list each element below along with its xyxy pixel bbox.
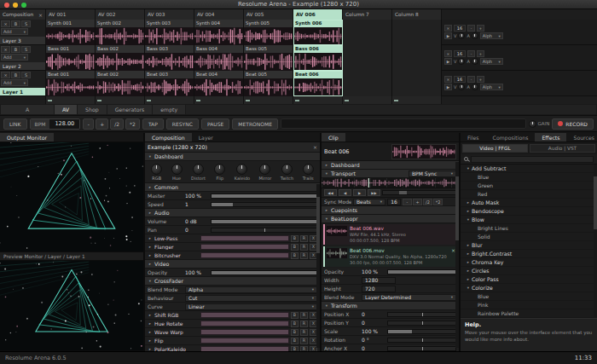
bpm-value[interactable]: 128.00	[49, 119, 79, 129]
flanger-mix-slider[interactable]	[200, 244, 289, 250]
effect-item-blow[interactable]: ▾Blow	[461, 216, 597, 224]
subtab-audio-vst[interactable]: Audio | VST	[530, 144, 595, 153]
video-opacity-knob[interactable]	[458, 84, 465, 90]
effect-preset-solid[interactable]: Solid	[461, 233, 597, 241]
play-button[interactable]: ▶	[444, 32, 452, 39]
layer-solo-button[interactable]: S	[21, 72, 31, 78]
go-start-button[interactable]: ◀◀	[324, 189, 337, 196]
column-header-column-7[interactable]: Column 7	[343, 9, 392, 20]
clip-video-file-card[interactable]: Beat 006.mov DXV 3.0 Normal Quality, No …	[323, 246, 457, 267]
section-common[interactable]: ▸Common	[145, 183, 320, 192]
param-value[interactable]: 0	[185, 227, 209, 233]
layer-bypass-button[interactable]: B	[11, 20, 20, 27]
clip-synth-006[interactable]: Synth 006	[293, 20, 343, 45]
width-field[interactable]: 1280	[362, 277, 396, 284]
effect-button-r[interactable]: R	[300, 312, 308, 319]
shift-rgb-mix-slider[interactable]	[200, 312, 289, 318]
effect-preset-red[interactable]: Red	[461, 190, 597, 199]
effect-preset-pink[interactable]: Pink	[461, 301, 597, 309]
crossfader-cell-av-003[interactable]	[145, 96, 194, 104]
clip-synth-003[interactable]: Synth 003	[145, 20, 194, 45]
effect-button-r[interactable]: R	[300, 244, 308, 251]
distort-knob[interactable]	[193, 164, 204, 175]
bpm-double-button[interactable]: *2	[125, 118, 140, 130]
close-icon[interactable]: ×	[38, 12, 43, 18]
column-header-column-8[interactable]: Column 8	[392, 9, 442, 20]
effect-item-add-subtract[interactable]: ▾Add Subtract	[461, 165, 597, 173]
column-header-av-006[interactable]: AV 006	[293, 9, 343, 20]
layer-clear-button[interactable]: ×	[444, 50, 452, 57]
rotation-slider[interactable]	[387, 338, 456, 343]
effect-button-b[interactable]: B	[291, 235, 298, 242]
clip-beat-002[interactable]: Beat 002	[96, 71, 145, 96]
increase-button[interactable]: +	[477, 25, 484, 32]
effect-preset-bright-lines[interactable]: Bright Lines	[461, 224, 597, 233]
tab-clip[interactable]: Clip	[322, 133, 345, 142]
layer-clear-button[interactable]: ×	[444, 76, 452, 83]
effect-button-r[interactable]: R	[300, 252, 308, 259]
effect-button-b[interactable]: B	[291, 329, 298, 336]
clip-synth-001[interactable]: Synth 001	[46, 20, 96, 45]
tab-sources[interactable]: Sources	[566, 133, 597, 142]
column-header-av-001[interactable]: AV 001	[46, 9, 96, 20]
pause-button[interactable]: PAUSE	[201, 118, 229, 130]
hue-rotate-mix-slider[interactable]	[200, 321, 289, 326]
effect-button-r[interactable]: R	[300, 338, 308, 344]
bitcrusher-mix-slider[interactable]	[200, 252, 289, 258]
param-value[interactable]: 100 %	[185, 193, 209, 199]
effect-preset-rainbow-palette[interactable]: Rainbow Palette	[461, 309, 597, 318]
clip-beat-004[interactable]: Beat 004	[194, 71, 244, 96]
position-x-slider[interactable]	[387, 312, 456, 317]
effect-item-chroma-key[interactable]: ▸Chroma Key	[461, 258, 597, 267]
layer-name[interactable]: Layer 2	[0, 62, 45, 70]
mirror-knob[interactable]	[259, 164, 270, 175]
volume-slider[interactable]	[211, 219, 317, 224]
clip-beat-003[interactable]: Beat 003	[145, 71, 194, 96]
effect-item-color-pass[interactable]: ▸Color Pass	[461, 275, 597, 284]
effect-item-circles[interactable]: ▸Circles	[461, 267, 597, 275]
column-header-av-005[interactable]: AV 005	[244, 9, 293, 20]
beats-halve-button[interactable]: /2	[423, 199, 432, 205]
effect-item-bendoscope[interactable]: ▸Bendoscope	[461, 207, 597, 216]
beat-length-field[interactable]: 16	[454, 50, 466, 57]
layer-blend-dropdown[interactable]: Add▾	[1, 79, 28, 86]
clip-audio-file-card[interactable]: Beat 006.wav WAV File, 44.1 kHz, Stereo …	[323, 224, 457, 245]
deck-tab-empty[interactable]: empty	[153, 105, 185, 114]
deck-tab-generators[interactable]: Generators	[107, 105, 153, 114]
empty-clip-slot[interactable]	[392, 71, 442, 96]
column-header-av-004[interactable]: AV 004	[194, 9, 244, 20]
column-header-av-003[interactable]: AV 003	[145, 9, 194, 20]
clip-bass-002[interactable]: Bass 002	[96, 45, 145, 71]
close-window-button[interactable]	[4, 3, 9, 8]
layer-blend-mode-dropdown[interactable]: Alph▾	[480, 32, 503, 39]
speed-slider[interactable]	[211, 202, 317, 207]
effect-button-r[interactable]: R	[300, 329, 308, 336]
beats-double-button[interactable]: *2	[433, 199, 443, 205]
bpm-decrease-button[interactable]: -	[83, 118, 94, 130]
param-value[interactable]: 1	[185, 201, 209, 207]
param-value[interactable]: 100 %	[185, 269, 209, 275]
play-backward-button[interactable]: ◀	[339, 189, 351, 196]
layer-blend-dropdown[interactable]: Add▾	[1, 54, 28, 61]
clip-bass-001[interactable]: Bass 001	[46, 45, 96, 71]
tab-output-monitor[interactable]: Output Monitor	[0, 133, 54, 142]
clip-synth-002[interactable]: Synth 002	[96, 20, 145, 45]
clip-beat-001[interactable]: Beat 001	[46, 71, 96, 96]
section-transport[interactable]: ▾ Transport BPM Sync ▾	[322, 170, 459, 178]
crossfader-cell-column-8[interactable]	[392, 96, 442, 104]
layer-name[interactable]: Layer 1	[0, 88, 45, 95]
pan-slider[interactable]	[211, 228, 317, 233]
crossfader-cell-av-004[interactable]	[194, 96, 244, 104]
clip-bass-006[interactable]: Bass 006	[293, 45, 343, 71]
trails-knob[interactable]	[303, 164, 314, 175]
tab-composition[interactable]: Composition	[145, 133, 192, 142]
effect-item-colorize[interactable]: ▾Colorize	[461, 284, 597, 292]
subtab-video-ffgl[interactable]: Video | FFGL	[462, 144, 528, 153]
effect-button-b[interactable]: B	[291, 338, 298, 344]
tab-files[interactable]: Files	[461, 133, 486, 142]
section-audio[interactable]: ▸Audio	[145, 209, 320, 217]
deck-tab-av[interactable]: AV	[55, 105, 77, 114]
decrease-button[interactable]: -	[467, 50, 475, 57]
layer-solo-button[interactable]: S	[21, 20, 31, 27]
scrollbar-thumb[interactable]	[316, 197, 320, 252]
